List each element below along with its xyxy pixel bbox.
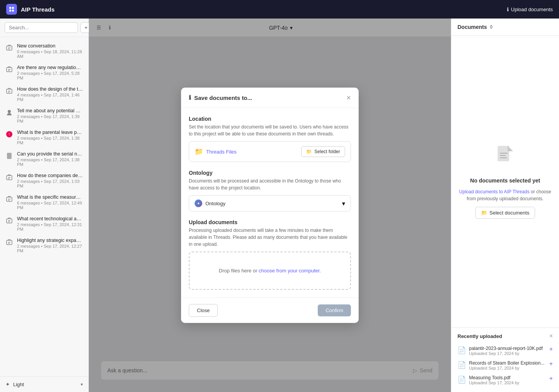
conv-title: What is the specific measuremen... [17,194,83,200]
svg-rect-0 [9,7,11,9]
modal-body: Location Set the location that your docu… [181,108,359,297]
doc-name: Records of Steam Boiler Explosion... [469,360,546,366]
location-box: 📁 Threads Files 📁 Select folder [189,141,351,162]
sidebar-footer: ✦ Light ▾ [0,376,88,392]
conv-meta: 0 messages • Sep 18, 2024, 11:28 AM [17,49,83,59]
conv-title: Can you provide the serial numb... [17,151,83,157]
folder-select-icon: 📁 [306,149,312,154]
app-title: AIP Threads [21,6,54,13]
pdf-icon: 📄 [457,375,466,384]
drop-end: . [320,268,321,274]
upload-documents-button[interactable]: ℹ Upload documents [507,7,553,12]
conv-icon [5,87,14,96]
ontology-desc: Documents will be processed and accessib… [189,177,351,191]
modal-close-button[interactable]: × [346,94,351,101]
folder-label: 📁 Threads Files [195,147,237,156]
add-doc-button[interactable]: + [549,360,553,367]
recently-close-button[interactable]: × [549,333,553,340]
location-section: Location Set the location that your docu… [189,116,351,162]
conv-title: Tell me about any potential disr... [17,108,83,113]
folder-name: Threads Files [206,149,237,155]
modal-info-icon: ℹ [189,94,191,101]
chevron-down-icon: ▾ [81,382,83,387]
folder-icon: 📁 [195,147,203,156]
conv-meta: 6 messages • Sep 17, 2024, 12:49 PM [17,201,83,210]
conv-meta: 2 messages • Sep 17, 2024, 1:03 PM [17,179,83,188]
ontology-section: Ontology Documents will be processed and… [189,170,351,211]
no-documents-area: No documents selected yet Upload documen… [451,36,559,328]
upload-desc: Processing uploaded documents will take … [189,227,351,248]
no-docs-sub: Upload documents to AIP Threads or choos… [459,188,551,202]
pdf-icon: 📄 [457,361,466,369]
select-documents-button[interactable]: 📁 Select documents [475,207,535,219]
list-item[interactable]: ! What is the parental leave policy? 2 m… [0,127,88,148]
add-doc-button[interactable]: + [549,375,553,382]
ontology-selector[interactable]: ✦ Ontology ▾ [189,195,351,211]
conv-meta: 2 messages • Sep 17, 2024, 5:28 PM [17,71,83,80]
svg-rect-16 [7,153,12,159]
svg-rect-32 [500,157,507,158]
doc-meta: Uploaded Sep 17, 2024 by [469,380,546,385]
list-item[interactable]: Can you provide the serial numb... 2 mes… [0,148,88,170]
ontology-title: Ontology [189,170,351,176]
plus-icon: + [85,25,88,30]
ontology-label: ✦ Ontology [195,199,225,207]
conv-icon [5,195,14,204]
choose-from-computer-link[interactable]: choose from your computer [259,268,320,274]
list-item[interactable]: New conversation 0 messages • Sep 18, 20… [0,40,88,62]
list-item[interactable]: Highlight any strategic expansion... 2 m… [0,235,88,256]
list-item[interactable]: Tell me about any potential disr... 2 me… [0,105,88,127]
conv-title: How do these companies describ... [17,173,83,178]
modal-overlay: ℹ Save documents to... × Location Set th… [89,19,451,392]
select-folder-button[interactable]: 📁 Select folder [301,146,345,157]
doc-name: Measuring Tools.pdf [469,375,546,380]
upload-icon: ℹ [507,7,509,12]
list-item[interactable]: How do these companies describ... 2 mess… [0,170,88,191]
list-item: 📄 Records of Steam Boiler Explosion... U… [457,358,553,373]
sun-icon: ✦ [5,381,10,387]
list-item[interactable]: How does the design of the taper ... 4 m… [0,83,88,105]
empty-file-icon [496,145,515,170]
conv-icon [5,238,14,247]
add-doc-button[interactable]: + [549,346,553,353]
upload-docs-link[interactable]: Upload documents to AIP Threads [459,189,529,194]
conv-icon [5,44,14,52]
conv-icon [5,66,14,74]
recently-title: Recently uploaded [457,333,502,339]
list-item: 📄 palantir-2023-annual-report-10K.pdf Up… [457,343,553,358]
conv-icon [5,152,14,161]
location-desc: Set the location that your documents wil… [189,123,351,137]
list-item[interactable]: Are there any new regulations ap... 2 me… [0,62,88,83]
conv-title: What recent technological advan... [17,216,83,221]
drop-zone[interactable]: Drop files here or choose from your comp… [189,252,351,290]
conv-meta: 2 messages • Sep 17, 2024, 1:39 PM [17,114,83,123]
conv-icon [5,174,14,182]
conv-icon [5,217,14,225]
conv-icon: ! [5,130,14,139]
sidebar: + New New conversation 0 messages • Sep … [0,19,89,392]
docs-count: 0 [490,24,493,30]
conv-meta: 2 messages • Sep 17, 2024, 12:31 PM [17,222,83,231]
drop-text: Drop files here or [219,268,259,274]
conv-title: What is the parental leave policy? [17,130,83,135]
svg-point-13 [8,110,11,113]
no-docs-title: No documents selected yet [470,177,540,184]
svg-rect-2 [9,10,11,12]
modal-title: ℹ Save documents to... [189,94,252,101]
confirm-button[interactable]: Confirm [318,304,351,316]
right-panel: Documents 0 No documents selected yet Up… [451,19,559,392]
list-item[interactable]: What is the specific measuremen... 6 mes… [0,191,88,213]
recently-uploaded-section: Recently uploaded × 📄 palantir-2023-annu… [451,328,559,392]
conv-title: New conversation [17,43,83,49]
close-button[interactable]: Close [189,304,218,317]
modal-footer: Close Confirm [181,297,359,323]
list-item[interactable]: What recent technological advan... 2 mes… [0,213,88,235]
ontology-chevron-icon: ▾ [342,200,345,207]
search-input[interactable] [5,22,78,33]
conv-icon [5,109,14,117]
folder-icon: 📁 [481,210,487,216]
right-panel-header: Documents 0 [451,19,559,36]
conversation-list: New conversation 0 messages • Sep 18, 20… [0,37,88,376]
app-icon [6,4,17,15]
modal-header: ℹ Save documents to... × [181,88,359,108]
